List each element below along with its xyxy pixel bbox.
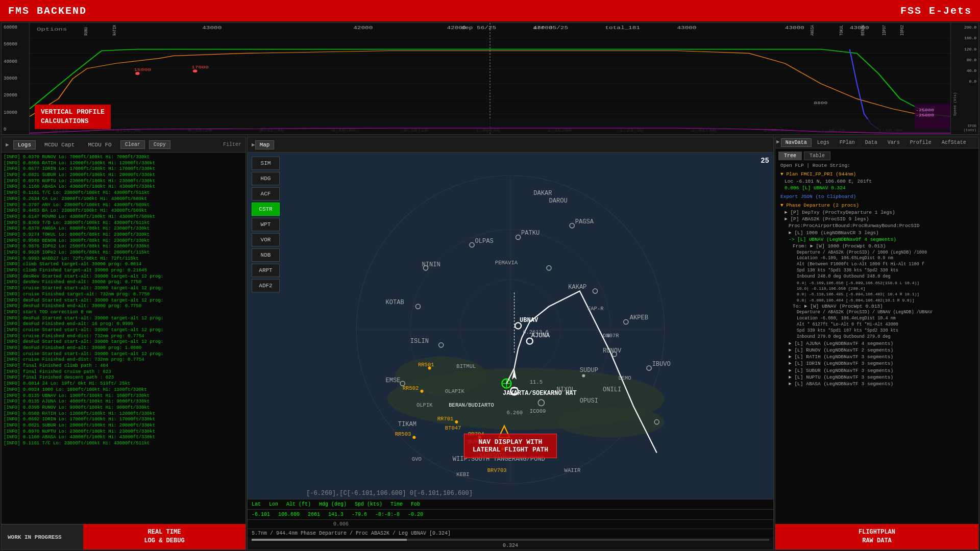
svg-text:BENON: BENON bbox=[860, 25, 866, 36]
tab-vars[interactable]: Vars bbox=[883, 138, 904, 147]
tab-data[interactable]: Data bbox=[861, 138, 882, 147]
inbound-dep: Inbound 248.0 deg Outbound 248.0 deg bbox=[778, 274, 975, 280]
subur[interactable]: ► [L] SUBUR (LegNDBNavTF 3 segments) bbox=[778, 367, 975, 374]
idrin[interactable]: ► [L] IDRIN (LegNDBNavTF 3 segments) bbox=[778, 360, 975, 367]
svg-text:8800: 8800 bbox=[814, 101, 827, 105]
svg-point-14 bbox=[135, 72, 139, 75]
logs-panel: ▶ Logs MCDU Capt MCDU FO Clear Copy Filt… bbox=[1, 137, 246, 550]
cstr-button[interactable]: CSTR bbox=[252, 203, 280, 216]
nuptu[interactable]: ► [L] NUPTU (LegNDBNavTF 3 segments) bbox=[778, 374, 975, 381]
svg-text:6.260: 6.260 bbox=[506, 410, 523, 416]
svg-text:SUDUP: SUDUP bbox=[580, 367, 598, 374]
svg-text:BT047: BT047 bbox=[445, 425, 461, 431]
ratih[interactable]: ► [L] RATIH (LegNDBNavTF 3 segments) bbox=[778, 354, 975, 360]
nav-content[interactable]: Tree Table Open FLP | Route String: ▼ Pl… bbox=[775, 148, 978, 524]
svg-text:ONILI: ONILI bbox=[603, 386, 621, 393]
svg-text:LEMO: LEMO bbox=[618, 375, 631, 381]
list-item: [INFO] 0.9274 TOKUL Lo: 8000ft/88kt Hi: … bbox=[4, 232, 243, 238]
list-item: [INFO] 0.0370 RUNOV Lo: 7000ft/100kt Hi:… bbox=[4, 155, 243, 161]
plan-title: ▼ Plan FMCI_FP_PRI (944nm) bbox=[778, 171, 975, 178]
work-in-progress-label: WORK IN PROGRESS bbox=[2, 524, 83, 549]
svg-text:ANGSA: ANGSA bbox=[810, 24, 816, 36]
list-item: [INFO] 0.0821 SUBUR Lo: 20000ft/100kt Hi… bbox=[4, 172, 243, 179]
tab-legs[interactable]: Legs bbox=[813, 138, 834, 147]
wpt-button[interactable]: WPT bbox=[252, 218, 280, 231]
vp-chart: Options 43000 42000 42000 43000 43000 43… bbox=[30, 23, 950, 134]
list-item: [INFO] 0.9993 WADD27 Lo: 72ft/88kt Hi: 7… bbox=[4, 256, 243, 262]
list-item: [INFO] 0.0398 RUNOV Lo: 9000ft/100kt Hi:… bbox=[4, 405, 243, 411]
svg-text:KOTAB: KOTAB bbox=[386, 299, 404, 306]
list-item: [INFO] 0.1160 ABASA Lo: 43000ft/100kt Hi… bbox=[4, 184, 243, 190]
list-item: [INFO] desFud Finished end-alt: 39000 pr… bbox=[4, 345, 243, 352]
alt-dep: Alt (Between F1000ft Lo-Alt 1000 ft Hi-A… bbox=[778, 262, 975, 268]
list-item: [INFO] 0.1160 ABASA Lo: 43000ft/100kt Hi… bbox=[4, 435, 243, 441]
open-flp[interactable]: Open FLP | Route String: bbox=[778, 162, 975, 169]
svg-point-81 bbox=[412, 436, 415, 439]
ndb-button[interactable]: NDB bbox=[252, 248, 280, 262]
tab-profile[interactable]: Profile bbox=[905, 138, 936, 147]
map-area[interactable]: OLPAS PATKU PAGSA KOTAB ISLIN KAKAP AKPE… bbox=[248, 153, 773, 499]
svg-text:[-6.260],[C[-6.101,106.600] 0[: [-6.260],[C[-6.101,106.600] 0[-6.101,106… bbox=[306, 490, 473, 497]
adf2-button[interactable]: ADF2 bbox=[252, 279, 280, 292]
tab-navdata[interactable]: NavData bbox=[781, 138, 812, 147]
from-text: From: ► [W] 1000 (ProcWpt 0.013) bbox=[778, 243, 975, 249]
list-item: [INFO] desFud Started start-alt: 39000 t… bbox=[4, 298, 243, 304]
svg-point-112 bbox=[582, 374, 585, 378]
dep-abas[interactable]: ► [P] ABAS2K (ProcSID 9 legs) bbox=[778, 216, 975, 222]
to-text: To: ► [W] UBNAV (ProcWpt 0.013) bbox=[778, 303, 975, 310]
tab-map[interactable]: Map bbox=[255, 140, 275, 149]
log-content[interactable]: [INFO] 0.0370 RUNOV Lo: 7000ft/100kt Hi:… bbox=[2, 153, 246, 524]
hdg-button[interactable]: HDG bbox=[252, 172, 280, 185]
list-item: [INFO] desFud Started start-alt: 39000 t… bbox=[4, 316, 243, 322]
vor-button[interactable]: VOR bbox=[252, 233, 280, 246]
tree-button[interactable]: Tree bbox=[778, 152, 802, 160]
list-item: [INFO] 0.8369 T/D Lo: 23000ft/100kt Hi: … bbox=[4, 220, 243, 227]
vp-label: VERTICAL PROFILE CALCULATIONS bbox=[35, 105, 111, 129]
export-btn[interactable]: Export JSON (to Clipboard) bbox=[778, 193, 975, 200]
svg-text:PAGSA: PAGSA bbox=[575, 218, 594, 226]
acf-button[interactable]: ACF bbox=[252, 187, 280, 201]
table-button[interactable]: Table bbox=[804, 152, 830, 160]
leg-1000[interactable]: ► [L] 1000 (LegNDBNavCR 3 legs) bbox=[778, 230, 975, 236]
list-item: [INFO] final Finished cruise path : 623 bbox=[4, 369, 243, 375]
svg-text:EMSE: EMSE bbox=[386, 377, 401, 384]
sim-button[interactable]: SIM bbox=[252, 157, 280, 170]
runov[interactable]: ► [L] RUNOV (LegNDBNavTF 2 segments) bbox=[778, 347, 975, 354]
arpt-button[interactable]: ARPT bbox=[252, 264, 280, 277]
list-item: [INFO] final Finished climb path : 404 bbox=[4, 363, 243, 369]
copy-button[interactable]: Copy bbox=[149, 140, 170, 149]
leg-ubnav[interactable]: -> [L] UBNAV (LegNDBNavOf 4 segments) bbox=[778, 236, 975, 243]
svg-text:WAIIR: WAIIR bbox=[565, 467, 581, 473]
list-item: [INFO] 0.6147 MOVMO Lo: 43000ft/100kt Hi… bbox=[4, 214, 243, 220]
svg-text:RR502: RR502 bbox=[403, 385, 419, 391]
list-item: [INFO] 0.0014 24 Lo: 19ft/ 0kt Hi: 519ft… bbox=[4, 381, 243, 387]
tab-logs[interactable]: Logs bbox=[13, 140, 36, 149]
dep-ixy[interactable]: ► [P] DepTxy (ProcTxyDeparture 1 legs) bbox=[778, 209, 975, 216]
abasa[interactable]: ► [L] ABASA (LegNDBNavTF 3 segments) bbox=[778, 381, 975, 387]
svg-text:BERAN/BUDIARTO: BERAN/BUDIARTO bbox=[449, 402, 494, 408]
svg-text:15000: 15000 bbox=[134, 68, 151, 72]
tab-fplan[interactable]: FPlan bbox=[835, 138, 860, 147]
nav-tabs: ▶ NavData Legs FPlan Data Vars Profile A… bbox=[775, 137, 978, 148]
to-spd: Spd 339 kts *Spd1 107 kts *Spd2 330 kts bbox=[778, 328, 975, 334]
svg-text:RUNU: RUNU bbox=[83, 27, 89, 36]
tab-mcdu-capt[interactable]: MCDU Capt bbox=[40, 140, 79, 149]
ajuna[interactable]: ► [L] AJUNA (LegNDBNavTF 4 segments) bbox=[778, 340, 975, 347]
svg-rect-39 bbox=[30, 119, 950, 133]
svg-text:RATIH: RATIH bbox=[112, 25, 118, 36]
list-item: [INFO] 0.4453 BA Lo: 23000ft/100kt Hi: 4… bbox=[4, 208, 243, 214]
navdata-panel: ▶ NavData Legs FPlan Data Vars Profile A… bbox=[775, 137, 979, 550]
seg2: 10.0| -6.110,106.650 [280.4] bbox=[778, 286, 975, 291]
svg-rect-92 bbox=[511, 393, 518, 394]
map-progress-value: 0.324 bbox=[248, 542, 773, 549]
svg-text:PATKU: PATKU bbox=[521, 230, 540, 237]
svg-text:OPUSI: OPUSI bbox=[580, 397, 598, 405]
list-item: [INFO] 0.0508 RATIH Lo: 12000ft/100kt Hi… bbox=[4, 411, 243, 417]
clear-button[interactable]: Clear bbox=[120, 140, 145, 149]
svg-text:42000: 42000 bbox=[353, 26, 373, 31]
list-item: [INFO] climb Finished target-alt 39000 p… bbox=[4, 268, 243, 274]
map-progress-bar bbox=[252, 539, 769, 541]
map-overlay-label: NAV DISPLAY WITH LATERAL FLIGHT PATH bbox=[464, 434, 557, 458]
tab-acfstate[interactable]: AcfState bbox=[937, 138, 971, 147]
tab-mcdu-fo[interactable]: MCDU FO bbox=[83, 140, 116, 149]
